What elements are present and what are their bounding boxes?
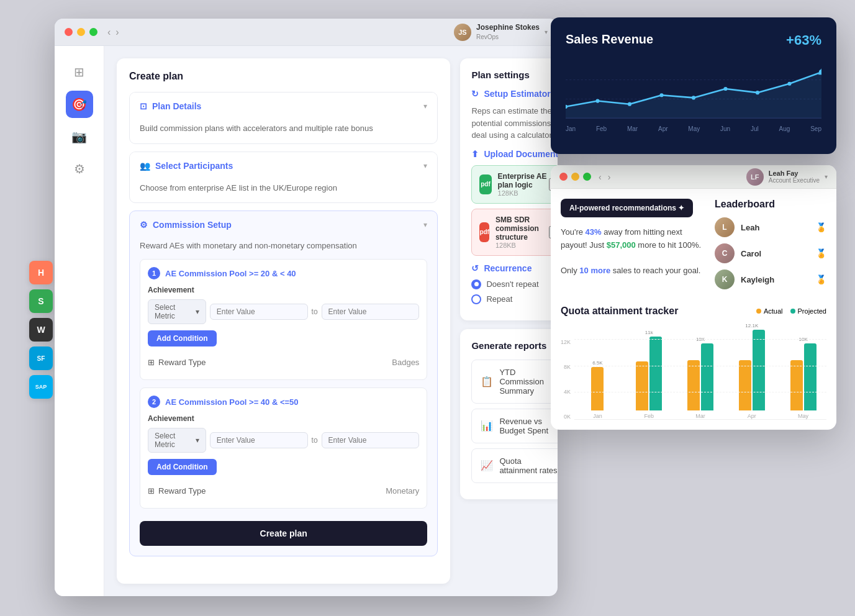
- quota-chart-container: 12K 8K 4K 0K: [561, 327, 826, 420]
- back-button-2[interactable]: ‹: [599, 172, 602, 182]
- bar-group-4: 12.1K Apr: [728, 323, 775, 419]
- doc-item-2: pdf SMB SDR commission structure 128KB ✕: [471, 209, 558, 256]
- maximize-button[interactable]: [89, 28, 97, 36]
- tier-2-reward-type-value: Monetary: [386, 486, 419, 496]
- commission-setup-accordion: ⚙ Commission Setup ▾ Reward AEs with mon…: [129, 211, 438, 556]
- tier-1-enter-value-1[interactable]: [210, 304, 308, 320]
- user-name: Josephine Stokes: [476, 23, 540, 33]
- user-pill[interactable]: JS Josephine Stokes RevOps ▾: [454, 23, 548, 41]
- ai-badge: AI-powered recommendations ✦: [561, 199, 693, 217]
- quota-header: Quota attainment tracker Actual Projecte…: [561, 306, 826, 317]
- leader-name-2: Carol: [741, 249, 810, 258]
- doc-1-icon: pdf: [479, 174, 491, 194]
- tier-2-add-condition-button[interactable]: Add Condition: [148, 459, 217, 475]
- second-window-user: LF Leah Fay Account Executive ▾: [746, 168, 828, 186]
- tier-1-metric-select[interactable]: Select Metric ▾: [148, 299, 206, 324]
- radio-repeat[interactable]: [471, 294, 481, 304]
- app-hubspot[interactable]: H: [29, 261, 53, 284]
- chevron-down-icon: ▾: [196, 307, 199, 316]
- plan-settings-card: Plan settings ↻ Setup Estimator ▴ Reps c…: [460, 58, 558, 320]
- tier-2-enter-value-1[interactable]: [210, 432, 308, 448]
- bar-group-1: 6.5K Jan: [574, 360, 621, 419]
- sidebar-item-settings[interactable]: ⚙: [66, 155, 93, 183]
- main-window: ‹ › JS Josephine Stokes RevOps ▾ ⊞ 🎯 📷 ⚙: [55, 19, 558, 596]
- second-user-info: Leah Fay Account Executive: [769, 170, 820, 184]
- commission-setup-title: ⚙ Commission Setup: [140, 220, 232, 230]
- select-participants-title: 👥 Select Participants: [140, 161, 233, 171]
- upload-icon: ⬆: [471, 149, 479, 159]
- maximize-button-2[interactable]: [583, 173, 591, 181]
- tier-1-header: 1 AE Commission Pool >= 20 & < 40: [148, 267, 419, 279]
- bar-group-5: 10K May: [780, 337, 826, 419]
- bar-projected-5: [804, 343, 817, 410]
- plan-details-icon: ⊡: [140, 101, 147, 111]
- quota-legend: Actual Projected: [756, 307, 826, 315]
- app-salesforce[interactable]: SF: [29, 346, 53, 370]
- app-sheets[interactable]: S: [29, 289, 53, 313]
- minimize-button-2[interactable]: [571, 173, 579, 181]
- participants-icon: 👥: [140, 161, 150, 171]
- close-button[interactable]: [65, 28, 73, 36]
- back-button[interactable]: ‹: [107, 27, 111, 38]
- second-user-name: Leah Fay: [769, 170, 820, 177]
- report-item-quota[interactable]: 📈 Quota attainment rates: [471, 448, 558, 483]
- tier-2-metric-row: Select Metric ▾ to: [148, 428, 419, 453]
- sidebar-item-grid[interactable]: ⊞: [66, 58, 93, 86]
- plan-details-title: ⊡ Plan Details: [140, 101, 201, 111]
- tier-2-metric-select[interactable]: Select Metric ▾: [148, 428, 206, 453]
- bar-group-2: 11k Feb: [626, 330, 672, 419]
- recurrence-option-2[interactable]: Repeat: [471, 294, 558, 304]
- forward-button[interactable]: ›: [115, 27, 119, 38]
- tier-2-label: AE Commission Pool >= 40 & <=50: [165, 397, 299, 407]
- plan-settings-title: Plan settings: [471, 70, 558, 80]
- leader-item-3: K Kayleigh 🏅: [715, 270, 826, 289]
- app-sap[interactable]: SAP: [29, 375, 53, 399]
- generate-reports-title: Generate reports: [471, 340, 558, 351]
- sales-percent: +63%: [786, 32, 821, 48]
- close-button-2[interactable]: [559, 173, 568, 181]
- minimize-button[interactable]: [77, 28, 85, 36]
- quota-title: Quota attainment tracker: [561, 306, 678, 317]
- setup-estimator-header[interactable]: ↻ Setup Estimator ▴: [471, 89, 558, 99]
- bar-actual-3: [687, 360, 700, 410]
- tier-1-label: AE Commission Pool >= 20 & < 40: [165, 269, 296, 278]
- select-participants-body: Choose from enterprise AE list in the UK…: [130, 179, 437, 203]
- app-notion[interactable]: W: [29, 318, 53, 342]
- ai-highlight-57k: $57,000: [607, 240, 636, 250]
- tier-1-enter-value-2[interactable]: [322, 304, 420, 320]
- recurrence-header[interactable]: ↺ Recurrence ▴: [471, 263, 558, 273]
- tier-2-enter-value-2[interactable]: [322, 432, 420, 448]
- setup-estimator-title: ↻ Setup Estimator: [471, 89, 550, 99]
- report-item-revenue[interactable]: 📊 Revenue vs Budget Spent: [471, 409, 558, 443]
- bar-actual-4: [739, 360, 751, 410]
- traffic-lights: [65, 28, 97, 36]
- bar-actual-1: [591, 367, 604, 410]
- tier-1-achievement-label: Achievement: [148, 286, 419, 294]
- select-participants-header[interactable]: 👥 Select Participants ▾: [130, 152, 437, 179]
- forward-button-2[interactable]: ›: [608, 172, 611, 182]
- nav-arrows: ‹ ›: [107, 27, 119, 38]
- tier-1-add-condition-button[interactable]: Add Condition: [148, 330, 217, 346]
- setup-estimator-section: ↻ Setup Estimator ▴ Reps can estimate th…: [471, 89, 558, 142]
- create-plan-button[interactable]: Create plan: [140, 521, 427, 546]
- bar-projected-2: [649, 337, 662, 410]
- sidebar-item-target[interactable]: 🎯: [66, 91, 93, 118]
- leader-avatar-2: C: [715, 243, 735, 263]
- recurrence-option-1[interactable]: Doesn't repeat: [471, 279, 558, 289]
- chart-months: JanFebMarAprMayJunJulAugSep: [566, 125, 821, 132]
- radio-doesnt-repeat[interactable]: [471, 279, 481, 289]
- second-window-traffic-lights: [559, 173, 591, 181]
- commission-setup-header[interactable]: ⚙ Commission Setup ▾: [130, 211, 437, 238]
- generate-reports-card: Generate reports 📋 YTD Commission Summar…: [460, 329, 558, 499]
- sidebar-item-camera[interactable]: 📷: [66, 123, 93, 150]
- plan-details-header[interactable]: ⊡ Plan Details ▾: [130, 93, 437, 120]
- tier-2-header: 2 AE Commission Pool >= 40 & <=50: [148, 396, 419, 408]
- report-item-ytd[interactable]: 📋 YTD Commission Summary: [471, 360, 558, 404]
- chevron-down-icon: ▾: [423, 220, 427, 229]
- reward-type-icon: ⊞: [148, 486, 155, 496]
- upload-document-header[interactable]: ⬆ Upload Document ▴: [471, 149, 558, 159]
- report-revenue-label: Revenue vs Budget Spent: [499, 417, 558, 435]
- chevron-down-icon: ▾: [545, 29, 548, 35]
- quota-section: Quota attainment tracker Actual Projecte…: [561, 306, 826, 420]
- reward-type-icon: ⊞: [148, 358, 155, 367]
